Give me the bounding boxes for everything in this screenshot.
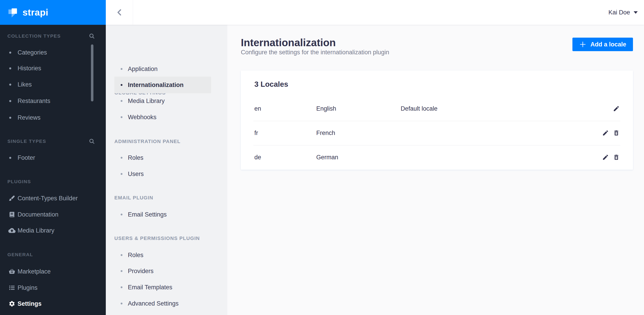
bullet-icon xyxy=(121,68,122,70)
bullet-icon xyxy=(9,84,11,86)
delete-icon[interactable] xyxy=(612,153,620,161)
bullet-icon xyxy=(121,302,122,304)
settings-nav-item-email-templates[interactable]: Email Templates xyxy=(106,283,227,291)
settings-nav-item-providers[interactable]: Providers xyxy=(106,267,227,275)
edit-icon[interactable] xyxy=(612,105,620,113)
locale-row-de: de German xyxy=(241,145,633,169)
bullet-icon xyxy=(121,100,122,102)
page-subtitle: Configure the settings for the internati… xyxy=(241,48,389,56)
bullet-icon xyxy=(121,157,122,159)
locale-name: English xyxy=(316,105,336,112)
cloud-upload-icon xyxy=(8,227,16,234)
search-icon[interactable] xyxy=(88,33,96,40)
settings-nav-item-application[interactable]: Application xyxy=(106,65,227,73)
settings-nav-item-users[interactable]: Users xyxy=(106,170,227,178)
book-icon xyxy=(8,211,16,218)
settings-nav-item-webhooks[interactable]: Webhooks xyxy=(106,113,227,121)
sidebar-item-likes[interactable]: Likes xyxy=(0,81,106,89)
bullet-icon xyxy=(9,67,11,69)
delete-icon[interactable] xyxy=(612,129,620,137)
sidebar-item-content-types-builder[interactable]: Content-Types Builder xyxy=(0,194,106,202)
sidebar-item-histories[interactable]: Histories xyxy=(0,64,106,72)
settings-nav-item-roles-admin[interactable]: Roles xyxy=(106,154,227,162)
bullet-icon xyxy=(121,84,122,86)
sidebar-item-documentation[interactable]: Documentation xyxy=(0,210,106,219)
locale-default-badge: Default locale xyxy=(401,105,438,112)
settings-nav-item-roles-up[interactable]: Roles xyxy=(106,251,227,259)
search-icon[interactable] xyxy=(88,138,96,145)
bullet-icon xyxy=(121,173,122,175)
back-button[interactable] xyxy=(106,0,133,25)
caret-down-icon xyxy=(634,11,638,14)
locale-code: en xyxy=(254,105,261,112)
locale-name: German xyxy=(316,154,338,161)
sidebar-item-plugins[interactable]: Plugins xyxy=(0,284,106,292)
settings-nav-item-media-library[interactable]: Media Library xyxy=(106,97,227,105)
section-header-general: GENERAL xyxy=(8,251,33,258)
edit-icon[interactable] xyxy=(602,129,610,137)
bullet-icon xyxy=(9,117,11,119)
topbar: Kai Doe xyxy=(106,0,644,25)
brush-icon xyxy=(8,194,16,202)
plus-icon xyxy=(579,41,586,48)
locale-row-fr: fr French xyxy=(241,121,633,145)
bullet-icon xyxy=(121,254,122,256)
sidebar-item-settings[interactable]: Settings xyxy=(0,300,106,308)
settings-nav-item-advanced-settings[interactable]: Advanced Settings xyxy=(106,299,227,307)
section-header-collection-types: COLLECTION TYPES xyxy=(8,33,61,39)
bullet-icon xyxy=(9,157,11,159)
sidebar-item-categories[interactable]: Categories xyxy=(0,49,106,57)
locale-row-en: en English Default locale xyxy=(241,96,633,121)
bullet-icon xyxy=(121,286,122,288)
section-header-single-types: SINGLE TYPES xyxy=(8,138,46,144)
locale-name: French xyxy=(316,130,335,137)
bullet-icon xyxy=(9,52,11,54)
bullet-icon xyxy=(121,116,122,118)
add-locale-label: Add a locale xyxy=(590,41,626,48)
strapi-logo[interactable]: strapi xyxy=(0,0,106,25)
list-icon xyxy=(8,284,16,291)
sidebar-item-marketplace[interactable]: Marketplace xyxy=(0,267,106,275)
row-actions xyxy=(602,129,620,137)
add-locale-button[interactable]: Add a locale xyxy=(572,38,633,51)
settings-nav: Application GLOBAL SETTINGS Internationa… xyxy=(106,25,227,315)
settings-nav-header-administration-panel: ADMINISTRATION PANEL xyxy=(114,138,180,145)
section-header-plugins: PLUGINS xyxy=(8,178,31,185)
bullet-icon xyxy=(9,100,11,102)
settings-nav-item-email-settings[interactable]: Email Settings xyxy=(106,210,227,219)
locales-card: 3 Locales en English Default locale fr F… xyxy=(241,71,633,170)
strapi-logo-text: strapi xyxy=(22,7,48,18)
page-title: Internationalization xyxy=(241,37,336,49)
sidebar-item-reviews[interactable]: Reviews xyxy=(0,114,106,122)
strapi-logo-icon xyxy=(8,7,19,18)
bullet-icon xyxy=(121,214,122,215)
sidebar-item-footer[interactable]: Footer xyxy=(0,154,106,162)
settings-nav-header-users-permissions-plugin: USERS & PERMISSIONS PLUGIN xyxy=(114,235,200,241)
user-menu[interactable]: Kai Doe xyxy=(608,0,638,25)
gear-icon xyxy=(8,300,16,307)
basket-icon xyxy=(8,268,16,275)
main-content: Internationalization Configure the setti… xyxy=(227,25,644,315)
locale-code: fr xyxy=(254,130,258,137)
chevron-left-icon xyxy=(116,8,122,17)
row-actions xyxy=(612,105,620,113)
main-sidebar: strapi COLLECTION TYPES Categories Histo… xyxy=(0,0,106,315)
user-name: Kai Doe xyxy=(608,9,630,16)
row-actions xyxy=(602,153,620,161)
locales-card-title: 3 Locales xyxy=(254,80,288,89)
locale-code: de xyxy=(254,154,261,161)
edit-icon[interactable] xyxy=(602,153,610,161)
bullet-icon xyxy=(121,270,122,272)
sidebar-item-restaurants[interactable]: Restaurants xyxy=(0,97,106,105)
settings-nav-item-internationalization[interactable]: Internationalization xyxy=(114,77,211,93)
settings-nav-header-email-plugin: EMAIL PLUGIN xyxy=(114,195,153,201)
sidebar-item-media-library[interactable]: Media Library xyxy=(0,226,106,234)
